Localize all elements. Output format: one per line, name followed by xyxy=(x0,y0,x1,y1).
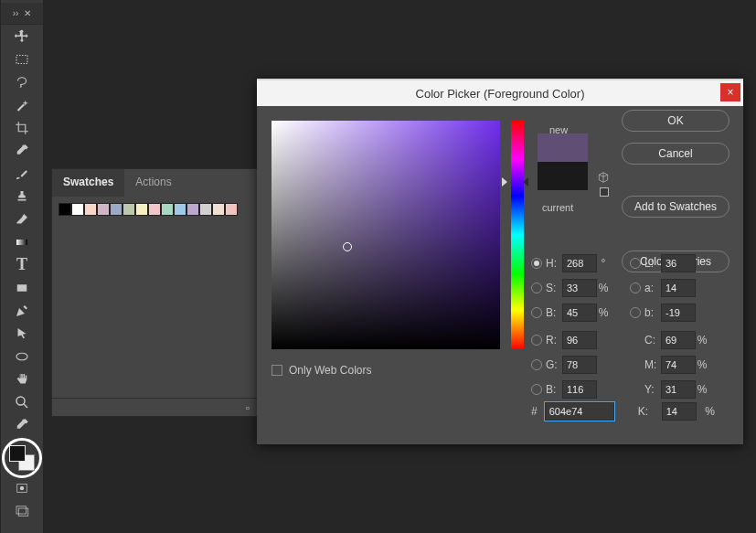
tab-swatches[interactable]: Swatches xyxy=(52,169,124,197)
add-to-swatches-button[interactable]: Add to Swatches xyxy=(622,196,729,218)
swatch[interactable] xyxy=(212,203,225,216)
tab-actions[interactable]: Actions xyxy=(124,169,182,197)
input-b-rgb[interactable] xyxy=(562,380,597,399)
swatch[interactable] xyxy=(174,203,186,216)
eraser-icon xyxy=(14,211,30,228)
type-tool[interactable]: T xyxy=(1,253,43,276)
radio-a[interactable] xyxy=(630,282,641,293)
input-m[interactable] xyxy=(661,356,696,374)
marquee-tool[interactable] xyxy=(1,48,43,70)
lasso-tool[interactable] xyxy=(1,70,43,93)
gamut-warning-icon[interactable] xyxy=(597,171,610,184)
web-safe-swatch[interactable] xyxy=(600,187,609,197)
label-k: K: xyxy=(638,405,655,418)
input-c[interactable] xyxy=(661,331,696,349)
move-tool[interactable] xyxy=(1,25,43,48)
unit-pct-b: % xyxy=(597,306,610,319)
hand-icon xyxy=(14,371,30,388)
input-a[interactable] xyxy=(661,279,696,297)
gradient-tool[interactable] xyxy=(1,230,43,253)
unit-pct-s: % xyxy=(597,282,610,294)
input-b-lab[interactable] xyxy=(661,304,696,322)
color-sampler-tool[interactable] xyxy=(1,413,43,436)
hand-tool[interactable] xyxy=(1,368,43,390)
input-hex[interactable] xyxy=(545,402,614,421)
swatch[interactable] xyxy=(84,203,97,216)
quick-mask-tool[interactable] xyxy=(1,476,43,499)
swatch[interactable] xyxy=(97,203,110,216)
input-b-hsb[interactable] xyxy=(562,304,597,322)
input-g[interactable] xyxy=(562,356,597,374)
radio-g[interactable] xyxy=(531,359,542,370)
arrow-icon xyxy=(14,325,30,342)
ellipse-tool[interactable] xyxy=(1,345,43,368)
label-c: C: xyxy=(644,334,661,346)
panel-footer: ▫ xyxy=(52,398,261,416)
crop-tool[interactable] xyxy=(1,116,43,139)
radio-l[interactable] xyxy=(630,258,641,269)
swatches-panel: Swatches Actions ▫ xyxy=(51,168,261,417)
radio-b-hsb[interactable] xyxy=(531,307,542,318)
swatch[interactable] xyxy=(71,203,84,216)
swatch[interactable] xyxy=(225,203,238,216)
swatch[interactable] xyxy=(122,203,135,216)
input-s[interactable] xyxy=(562,279,597,297)
swatch[interactable] xyxy=(186,203,199,216)
close-button[interactable]: × xyxy=(720,83,740,101)
swatch-row xyxy=(59,203,254,216)
hue-strip[interactable] xyxy=(511,121,524,349)
gradient-icon xyxy=(14,234,30,251)
eraser-tool[interactable] xyxy=(1,208,43,230)
eyedropper-tool[interactable] xyxy=(1,139,43,162)
panel-menu-icon[interactable]: ▫ xyxy=(246,402,257,413)
unit-deg: ° xyxy=(597,257,610,270)
swatch[interactable] xyxy=(161,203,174,216)
only-web-colors-checkbox[interactable] xyxy=(272,365,282,376)
path-select-tool[interactable] xyxy=(1,322,43,345)
input-h[interactable] xyxy=(562,254,597,272)
radio-b-rgb[interactable] xyxy=(531,384,542,395)
current-color-swatch[interactable] xyxy=(538,162,588,190)
color-picker-dialog: Color Picker (Foreground Color) × new cu… xyxy=(257,79,743,444)
brush-icon xyxy=(14,165,30,182)
shape-tool[interactable] xyxy=(1,276,43,299)
pen-tool[interactable] xyxy=(1,299,43,322)
zoom-tool[interactable] xyxy=(1,390,43,413)
foreground-background-swatch[interactable] xyxy=(1,440,43,476)
label-b-hsb: B: xyxy=(546,306,562,319)
screen-mode-tool[interactable] xyxy=(1,499,43,522)
dialog-titlebar[interactable]: Color Picker (Foreground Color) × xyxy=(257,80,743,106)
swatch[interactable] xyxy=(135,203,148,216)
toolbar-collapse[interactable]: ›› ✕ xyxy=(1,3,43,25)
radio-h[interactable] xyxy=(531,258,542,269)
cancel-button[interactable]: Cancel xyxy=(622,143,729,165)
only-web-colors-row: Only Web Colors xyxy=(272,364,371,377)
wand-icon xyxy=(14,97,30,113)
collapse-arrows-icon: ›› xyxy=(13,8,19,18)
radio-s[interactable] xyxy=(531,282,542,293)
radio-r[interactable] xyxy=(531,335,542,346)
color-field[interactable] xyxy=(272,121,500,349)
dialog-buttons: OK Cancel Add to Swatches Color Librarie… xyxy=(622,110,729,272)
input-l[interactable] xyxy=(661,254,696,272)
input-k[interactable] xyxy=(662,402,697,421)
brush-tool[interactable] xyxy=(1,162,43,185)
pen-icon xyxy=(14,303,30,319)
foreground-color-swatch[interactable] xyxy=(9,445,26,462)
unit-pct-c: % xyxy=(696,334,708,346)
new-color-swatch xyxy=(538,133,588,162)
label-g: G: xyxy=(546,358,562,371)
swatch[interactable] xyxy=(199,203,212,216)
ok-button[interactable]: OK xyxy=(622,110,729,132)
swatch[interactable] xyxy=(110,203,122,216)
label-l: L: xyxy=(644,257,661,270)
swatches-body xyxy=(52,197,261,398)
swatch[interactable] xyxy=(59,203,71,216)
stamp-tool[interactable] xyxy=(1,185,43,208)
input-y[interactable] xyxy=(661,380,696,399)
radio-b-lab[interactable] xyxy=(630,307,641,318)
input-r[interactable] xyxy=(562,331,597,349)
unit-pct-m: % xyxy=(696,358,708,371)
wand-tool[interactable] xyxy=(1,93,43,116)
swatch[interactable] xyxy=(148,203,161,216)
